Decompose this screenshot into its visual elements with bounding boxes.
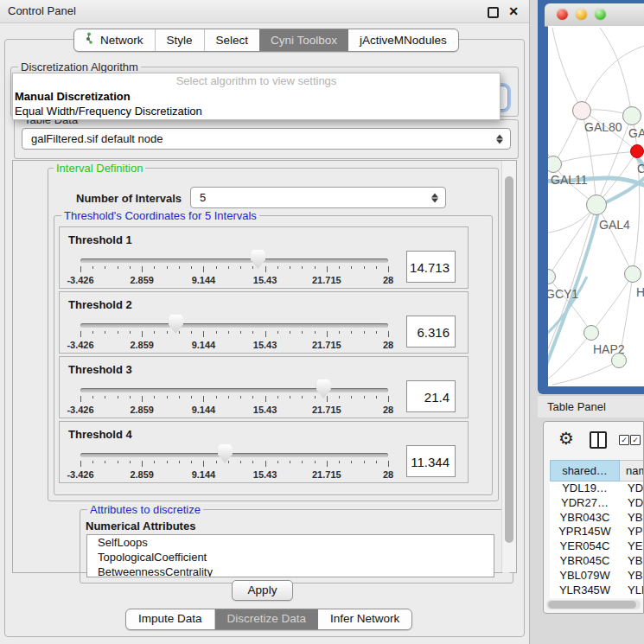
- threshold-slider[interactable]: -3.4262.8599.14415.4321.71528: [80, 422, 388, 484]
- cell-shared-name[interactable]: YPR145W: [550, 525, 620, 539]
- slider-track[interactable]: [80, 258, 388, 263]
- close-traffic-light-icon[interactable]: [557, 9, 568, 20]
- cell-name[interactable]: YIL05: [620, 597, 643, 598]
- cell-name[interactable]: YBL07: [620, 569, 643, 583]
- cell-name[interactable]: YPR14: [620, 525, 643, 539]
- settings-scroll-area: Interval Definition Number of Intervals …: [12, 160, 517, 573]
- threshold-slider[interactable]: -3.4262.8599.14415.4321.71528: [80, 292, 388, 354]
- cell-shared-name[interactable]: YLR345W: [550, 583, 620, 598]
- float-window-icon[interactable]: [488, 7, 499, 18]
- threshold-slider[interactable]: -3.4262.8599.14415.4321.71528: [80, 357, 388, 419]
- cell-name[interactable]: YLR34: [620, 583, 643, 598]
- network-window: GAL80GACGAL11GAL4GCY1HHAP2: [538, 0, 644, 394]
- tab-jactivemnodules[interactable]: jActiveMNodules: [348, 29, 458, 51]
- slider-track[interactable]: [80, 323, 388, 328]
- table-row[interactable]: YDR27…YDR27: [550, 496, 643, 511]
- screen: Control Panel ✕ NetworkStyleSelectCyni T…: [0, 0, 644, 644]
- cell-name[interactable]: YBR04: [620, 554, 643, 569]
- close-icon[interactable]: ✕: [508, 3, 519, 19]
- slider-tick-labels: -3.4262.8599.14415.4321.71528: [80, 340, 388, 350]
- dropdown-option-equal-width[interactable]: Equal Width/Frequency Discretization: [13, 104, 500, 118]
- control-panel: Control Panel ✕ NetworkStyleSelectCyni T…: [0, 0, 530, 644]
- numerical-attributes-list[interactable]: SelfLoopsTopologicalCoefficientBetweenne…: [86, 534, 494, 577]
- network-node-h[interactable]: [624, 265, 641, 283]
- table-panel: ⚙ ✓ ✓ shared… name YDL19…YDL19YDR27…YDR2…: [543, 421, 644, 614]
- threshold-slider[interactable]: -3.4262.8599.14415.4321.71528: [80, 227, 388, 290]
- cell-shared-name[interactable]: YDR27…: [550, 496, 620, 511]
- columns-icon[interactable]: [590, 431, 607, 449]
- attribute-list-item[interactable]: TopologicalCoefficient: [87, 550, 494, 564]
- attributes-group: Attributes to discretize Numerical Attri…: [80, 509, 513, 583]
- bottom-tab-impute-data[interactable]: Impute Data: [126, 609, 215, 629]
- table-data-combobox[interactable]: galFiltered.sif default node: [22, 128, 511, 150]
- slider-track[interactable]: [80, 388, 388, 392]
- number-of-intervals-label: Number of Intervals: [76, 192, 182, 205]
- threshold-value-field[interactable]: 14.713: [406, 251, 456, 283]
- cell-shared-name[interactable]: YBR043C: [550, 511, 620, 526]
- cell-shared-name[interactable]: YDL19…: [550, 481, 620, 496]
- thresholds-group-label: Threshold's Coordinates for 5 Intervals: [61, 209, 259, 222]
- table-row[interactable]: YBR043CYBR04: [550, 511, 643, 526]
- network-node-gal4[interactable]: [586, 194, 607, 215]
- slider-tick-labels: -3.4262.8599.14415.4321.71528: [80, 275, 388, 285]
- table-row[interactable]: YBL079WYBL07: [550, 569, 643, 583]
- column-header-shared-name[interactable]: shared…: [550, 460, 620, 481]
- settings-vertical-scrollbar[interactable]: [501, 161, 516, 572]
- table-row[interactable]: YIL052CYIL05: [550, 597, 643, 598]
- node-label: GA: [628, 126, 644, 140]
- cell-shared-name[interactable]: YBL079W: [550, 569, 620, 583]
- tab-select[interactable]: Select: [205, 29, 260, 51]
- table-row[interactable]: YDL19…YDL19: [550, 481, 643, 496]
- table-row[interactable]: YLR345WYLR34: [550, 583, 643, 598]
- table-row[interactable]: YBR045CYBR04: [550, 554, 643, 569]
- network-node-c[interactable]: [630, 144, 644, 158]
- cell-name[interactable]: YDL19: [620, 481, 643, 496]
- tab-network[interactable]: Network: [74, 29, 156, 51]
- checkbox-icon[interactable]: ✓: [630, 435, 641, 445]
- checkbox-icon[interactable]: ✓: [619, 435, 629, 445]
- attribute-list-item[interactable]: SelfLoops: [87, 535, 494, 550]
- network-node-hap2[interactable]: [583, 325, 599, 341]
- bottom-tab-discretize-data[interactable]: Discretize Data: [215, 609, 319, 629]
- threshold-value-field[interactable]: 6.316: [406, 316, 456, 348]
- threshold-value-field[interactable]: 21.4: [406, 380, 456, 412]
- network-canvas[interactable]: GAL80GACGAL11GAL4GCY1HHAP2: [548, 26, 644, 386]
- tab-style[interactable]: Style: [156, 29, 205, 51]
- minimize-traffic-light-icon[interactable]: [576, 9, 587, 20]
- dropdown-option-manual[interactable]: Manual Discretization: [13, 89, 500, 104]
- column-header-name[interactable]: name: [620, 460, 643, 481]
- threshold-panel-4: Threshold 4-3.4262.8599.14415.4321.71528…: [59, 421, 469, 483]
- slider-tick-labels: -3.4262.8599.14415.4321.71528: [80, 405, 388, 415]
- network-node[interactable]: [611, 353, 627, 368]
- zoom-traffic-light-icon[interactable]: [595, 9, 606, 20]
- control-panel-title: Control Panel: [8, 0, 76, 22]
- cell-shared-name[interactable]: YBR045C: [550, 554, 620, 569]
- cell-shared-name[interactable]: YER054C: [550, 539, 620, 554]
- control-panel-titlebar: Control Panel ✕: [0, 0, 529, 23]
- threshold-value-field[interactable]: 11.344: [406, 445, 456, 477]
- table-row[interactable]: YER054CYER05: [550, 539, 643, 554]
- network-node-gal80[interactable]: [572, 101, 591, 120]
- table-row[interactable]: YPR145WYPR14: [550, 525, 643, 539]
- cell-name[interactable]: YBR04: [620, 511, 643, 526]
- gear-icon[interactable]: ⚙: [558, 429, 574, 448]
- slider-ticks: [80, 396, 388, 404]
- bottom-tab-infer-network[interactable]: Infer Network: [318, 609, 411, 629]
- slider-track[interactable]: [80, 453, 388, 457]
- interval-definition-label: Interval Definition: [54, 162, 145, 175]
- table-panel-header: Table Panel: [538, 395, 644, 418]
- table-horizontal-scrollbar[interactable]: [546, 600, 641, 609]
- discretization-algorithm-label: Discretization Algorithm: [18, 61, 141, 73]
- cell-shared-name[interactable]: YIL052C: [550, 597, 620, 598]
- tab-cyni-toolbox[interactable]: Cyni Toolbox: [259, 29, 348, 51]
- table-data-group: Table Data galFiltered.sif default node: [14, 119, 519, 159]
- apply-button[interactable]: Apply: [232, 580, 293, 601]
- cell-name[interactable]: YER05: [620, 539, 643, 554]
- algorithm-dropdown-popup: Select algorithm to view settings Manual…: [12, 73, 501, 120]
- numerical-attributes-label: Numerical Attributes: [86, 520, 195, 532]
- attribute-list-item[interactable]: BetweennessCentrality: [87, 564, 494, 577]
- network-node-ga[interactable]: [622, 106, 641, 125]
- thresholds-group: Threshold's Coordinates for 5 Intervals …: [54, 215, 493, 495]
- cell-name[interactable]: YDR27: [620, 496, 643, 511]
- number-of-intervals-combobox[interactable]: 5: [190, 187, 446, 208]
